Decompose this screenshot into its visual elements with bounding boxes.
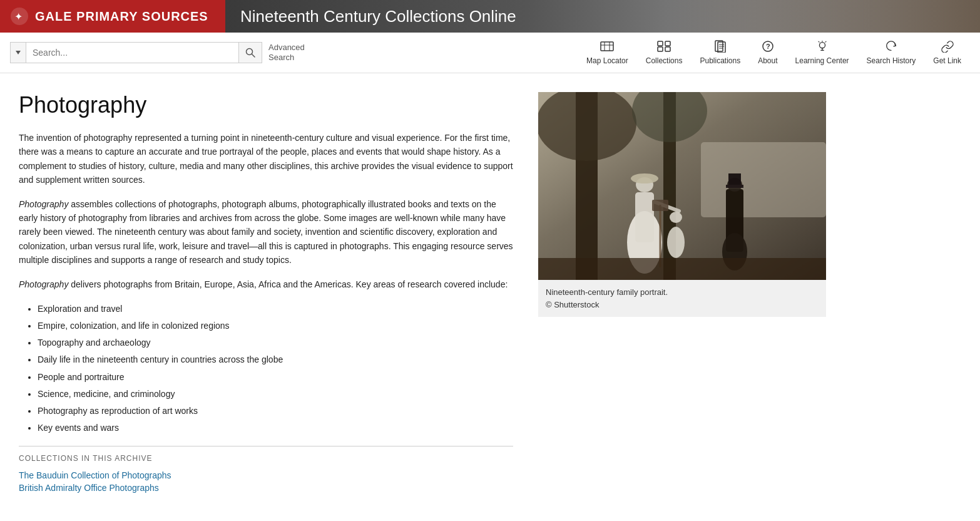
list-item: Key events and wars xyxy=(38,420,513,436)
logo-section: ✦ GALE PRIMARY SOURCES xyxy=(0,0,225,33)
nav-label-get-link: Get Link xyxy=(933,56,961,65)
header-title: Nineteenth Century Collections Online xyxy=(240,7,516,26)
photo-svg xyxy=(538,92,826,280)
svg-rect-31 xyxy=(701,142,826,217)
nav-item-map-locator[interactable]: Map Locator xyxy=(578,38,637,68)
paragraph-2: Photography assembles collections of pho… xyxy=(19,197,513,267)
svg-line-3 xyxy=(252,54,255,58)
map-locator-icon xyxy=(600,40,615,55)
photo-container: Nineteenth-century family portrait. © Sh… xyxy=(538,92,826,317)
list-item: People and portraiture xyxy=(38,369,513,385)
photo-caption-line1: Nineteenth-century family portrait. xyxy=(546,286,819,299)
svg-point-35 xyxy=(631,173,658,183)
svg-point-38 xyxy=(670,212,682,223)
nav-item-publications[interactable]: Publications xyxy=(691,38,749,68)
get-link-icon xyxy=(940,40,955,55)
paragraph-1: The invention of photography represented… xyxy=(19,131,513,187)
svg-rect-45 xyxy=(652,200,668,211)
svg-line-22 xyxy=(818,41,819,43)
collection-link[interactable]: The Bauduin Collection of Photographs xyxy=(19,470,513,480)
header-title-section: Nineteenth Century Collections Online xyxy=(225,0,980,33)
svg-rect-8 xyxy=(658,41,663,46)
main-content: Photography The invention of photography… xyxy=(0,73,980,514)
topics-list: Exploration and travelEmpire, colonizati… xyxy=(38,301,513,436)
svg-point-19 xyxy=(819,43,825,48)
list-item: Daily life in the nineteenth century in … xyxy=(38,352,513,368)
search-input[interactable] xyxy=(26,42,238,63)
collection-link[interactable]: British Admiralty Office Photographs xyxy=(19,483,513,493)
content-left: Photography The invention of photography… xyxy=(19,92,538,495)
collections-links: The Bauduin Collection of PhotographsBri… xyxy=(19,470,513,493)
svg-rect-46 xyxy=(538,258,826,280)
svg-rect-9 xyxy=(665,41,670,46)
para3-italic: Photography xyxy=(19,279,68,289)
logo-text: GALE PRIMARY SOURCES xyxy=(35,9,208,24)
nav-label-collections: Collections xyxy=(646,56,683,65)
nav-label-learning-center: Learning Center xyxy=(795,56,849,65)
nav-item-get-link[interactable]: Get Link xyxy=(924,38,970,68)
nav-item-collections[interactable]: Collections xyxy=(637,38,692,68)
list-item: Science, medicine, and criminology xyxy=(38,386,513,402)
nav-label-about: About xyxy=(758,56,777,65)
search-bar: Advanced Search Map Locator xyxy=(0,33,980,73)
header: ✦ GALE PRIMARY SOURCES Nineteenth Centur… xyxy=(0,0,980,33)
svg-rect-4 xyxy=(601,42,613,51)
svg-rect-43 xyxy=(726,185,743,188)
nav-item-search-history[interactable]: Search History xyxy=(858,38,925,68)
collections-icon xyxy=(656,40,671,55)
gale-logo-icon: ✦ xyxy=(10,7,29,26)
nav-item-about[interactable]: ? About xyxy=(749,38,786,68)
para2-italic: Photography xyxy=(19,199,68,209)
page-title: Photography xyxy=(19,92,513,118)
publications-icon xyxy=(713,40,728,55)
nav-item-learning-center[interactable]: Learning Center xyxy=(787,38,858,68)
svg-rect-11 xyxy=(665,47,670,51)
search-button[interactable] xyxy=(238,42,262,63)
svg-text:✦: ✦ xyxy=(14,11,23,22)
para3-rest: delivers photographs from Britain, Europ… xyxy=(68,279,508,289)
search-dropdown-button[interactable] xyxy=(10,42,26,63)
nav-label-search-history: Search History xyxy=(867,56,916,65)
svg-point-37 xyxy=(667,227,685,258)
nav-label-map-locator: Map Locator xyxy=(586,56,628,65)
list-item: Photography as reproduction of art works xyxy=(38,403,513,419)
search-icon xyxy=(245,48,255,58)
advanced-search-link[interactable]: Advanced Search xyxy=(268,43,305,62)
photo-caption-line2: © Shutterstock xyxy=(546,299,819,311)
svg-line-23 xyxy=(825,41,826,43)
svg-text:?: ? xyxy=(766,43,770,50)
search-history-icon xyxy=(884,40,899,55)
content-right: Nineteenth-century family portrait. © Sh… xyxy=(538,92,826,495)
svg-rect-10 xyxy=(658,47,663,51)
about-icon: ? xyxy=(760,40,775,55)
collections-section-header: COLLECTIONS IN THIS ARCHIVE xyxy=(19,446,513,463)
svg-rect-33 xyxy=(635,192,654,242)
nav-label-publications: Publications xyxy=(700,56,740,65)
para2-rest: assembles collections of photographs, ph… xyxy=(19,199,513,266)
svg-rect-42 xyxy=(728,173,741,185)
main-nav: Map Locator Collections xyxy=(578,38,970,68)
list-item: Topography and archaeology xyxy=(38,335,513,351)
list-item: Empire, colonization, and life in coloni… xyxy=(38,318,513,334)
learning-center-icon xyxy=(815,40,830,55)
dropdown-arrow-icon xyxy=(16,51,21,54)
list-item: Exploration and travel xyxy=(38,301,513,317)
photo-caption-box: Nineteenth-century family portrait. © Sh… xyxy=(538,280,826,317)
historical-photo xyxy=(538,92,826,280)
paragraph-3: Photography delivers photographs from Br… xyxy=(19,277,513,291)
